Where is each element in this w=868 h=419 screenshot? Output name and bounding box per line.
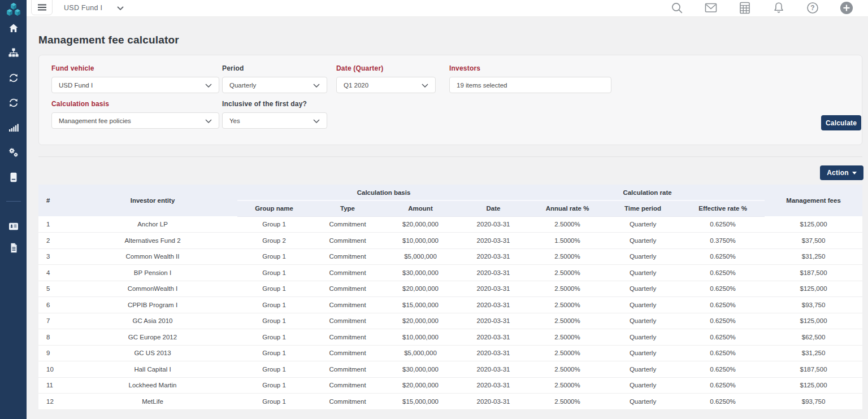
calculation-basis-field: Calculation basis Management fee policie… bbox=[51, 100, 219, 129]
cell-amount: $30,000,000 bbox=[384, 265, 457, 281]
inclusive-first-day-field: Inclusive of the first day? Yes bbox=[222, 100, 327, 129]
fee-table-header: # Investor entity Calculation basis Calc… bbox=[38, 185, 862, 216]
cell-amount: $20,000,000 bbox=[384, 216, 457, 233]
cell-time-period: Quarterly bbox=[605, 265, 681, 281]
cell-time-period: Quarterly bbox=[605, 233, 681, 249]
column-header-effective-rate[interactable]: Effective rate % bbox=[681, 200, 765, 216]
add-button[interactable] bbox=[840, 1, 853, 15]
action-menu-button[interactable]: Action bbox=[820, 165, 863, 180]
sidebar-item-hierarchy[interactable] bbox=[6, 46, 21, 60]
contacts-card-icon bbox=[8, 221, 19, 232]
cell-group-name: Group 1 bbox=[237, 361, 311, 378]
column-header-time-period[interactable]: Time period bbox=[605, 200, 681, 216]
sidebar-item-sync-alt[interactable] bbox=[6, 96, 21, 110]
column-header-number[interactable]: # bbox=[38, 185, 68, 216]
fund-selector[interactable]: USD Fund I bbox=[64, 0, 124, 16]
caret-down-icon bbox=[852, 172, 857, 174]
sidebar-item-settings[interactable] bbox=[6, 146, 21, 159]
sidebar-item-sync[interactable] bbox=[6, 71, 21, 85]
sidebar-item-documents[interactable] bbox=[6, 241, 21, 255]
table-row: 5 CommonWealth I Group 1 Commitment $20,… bbox=[38, 281, 862, 297]
column-header-investor-entity[interactable]: Investor entity bbox=[68, 185, 237, 216]
cell-type: Commitment bbox=[311, 313, 384, 329]
cell-group-name: Group 1 bbox=[237, 265, 311, 281]
column-header-group-name[interactable]: Group name bbox=[237, 200, 311, 216]
column-header-management-fees[interactable]: Management fees bbox=[765, 185, 862, 216]
cell-number: 11 bbox=[38, 377, 68, 394]
column-header-date[interactable]: Date bbox=[457, 200, 530, 216]
column-header-type[interactable]: Type bbox=[311, 200, 384, 216]
sidebar-divider bbox=[6, 201, 21, 202]
cell-date: 2020-03-31 bbox=[457, 248, 530, 265]
table-row: 4 BP Pension I Group 1 Commitment $30,00… bbox=[38, 265, 862, 281]
period-field: Period Quarterly bbox=[222, 64, 327, 93]
fund-vehicle-value: USD Fund I bbox=[59, 82, 93, 89]
calculation-basis-select[interactable]: Management fee policies bbox=[51, 112, 219, 129]
document-icon bbox=[8, 242, 19, 254]
cell-annual-rate: 2.5000% bbox=[530, 345, 605, 361]
cell-number: 6 bbox=[38, 297, 68, 313]
sidebar-item-home[interactable] bbox=[6, 21, 21, 35]
cell-time-period: Quarterly bbox=[605, 394, 681, 410]
cell-annual-rate: 2.5000% bbox=[530, 265, 605, 281]
cell-number: 12 bbox=[38, 394, 68, 410]
column-header-annual-rate[interactable]: Annual rate % bbox=[530, 200, 605, 216]
action-menu-label: Action bbox=[827, 169, 849, 177]
notifications-button[interactable] bbox=[772, 1, 785, 15]
calculator-button[interactable] bbox=[738, 1, 752, 15]
cell-amount: $20,000,000 bbox=[384, 313, 457, 329]
cell-investor-entity: Lockheed Martin bbox=[68, 377, 237, 394]
cell-date: 2020-03-31 bbox=[457, 361, 530, 378]
fund-vehicle-select[interactable]: USD Fund I bbox=[51, 77, 219, 93]
bell-icon bbox=[772, 1, 785, 15]
chevron-down-icon bbox=[313, 84, 320, 88]
fund-vehicle-field: Fund vehicle USD Fund I bbox=[51, 64, 219, 93]
date-quarter-select[interactable]: Q1 2020 bbox=[336, 77, 436, 93]
filter-panel: Fund vehicle USD Fund I Period Quarterly… bbox=[38, 55, 862, 145]
cell-group-name: Group 1 bbox=[237, 377, 311, 394]
cell-time-period: Quarterly bbox=[605, 361, 681, 378]
calculation-basis-label: Calculation basis bbox=[51, 100, 219, 108]
investors-field: Investors 19 items selected bbox=[449, 64, 611, 93]
sidebar-item-contacts[interactable] bbox=[6, 220, 21, 233]
sidebar-nav bbox=[0, 21, 27, 255]
cell-annual-rate: 2.5000% bbox=[530, 394, 605, 410]
calculator-icon bbox=[738, 1, 752, 15]
cell-group-name: Group 1 bbox=[237, 345, 311, 361]
help-icon: ? bbox=[806, 1, 819, 15]
search-button[interactable] bbox=[670, 1, 684, 15]
fund-selector-value: USD Fund I bbox=[64, 4, 102, 12]
table-row: 12 MetLife Group 1 Commitment $15,000,00… bbox=[38, 394, 862, 410]
cell-time-period: Quarterly bbox=[605, 248, 681, 265]
cell-effective-rate: 0.6250% bbox=[681, 248, 765, 265]
cell-investor-entity: CommonWealth I bbox=[68, 281, 237, 297]
cell-annual-rate: 2.5000% bbox=[530, 281, 605, 297]
cell-time-period: Quarterly bbox=[605, 329, 681, 346]
inclusive-first-day-select[interactable]: Yes bbox=[222, 112, 327, 129]
cell-investor-entity: BP Pension I bbox=[68, 265, 237, 281]
cell-effective-rate: 0.6250% bbox=[681, 345, 765, 361]
help-button[interactable]: ? bbox=[806, 1, 819, 15]
search-icon bbox=[670, 1, 684, 15]
cell-effective-rate: 0.6250% bbox=[681, 377, 765, 394]
sidebar-item-ledger[interactable] bbox=[6, 171, 21, 184]
cell-annual-rate: 2.5000% bbox=[530, 377, 605, 394]
chevron-down-icon bbox=[422, 84, 428, 88]
hierarchy-icon bbox=[8, 47, 19, 59]
menu-toggle-button[interactable] bbox=[31, 0, 53, 15]
app-logo[interactable] bbox=[0, 1, 27, 20]
cell-management-fees: $187,500 bbox=[765, 361, 862, 378]
sidebar-item-reports[interactable] bbox=[6, 121, 21, 134]
cell-type: Commitment bbox=[311, 216, 384, 233]
column-header-amount[interactable]: Amount bbox=[384, 200, 457, 216]
fee-table-body: 1 Anchor LP Group 1 Commitment $20,000,0… bbox=[38, 216, 862, 409]
cell-effective-rate: 0.6250% bbox=[681, 361, 765, 378]
calculate-button[interactable]: Calculate bbox=[821, 115, 861, 130]
cell-investor-entity: CPPIB Program I bbox=[68, 297, 237, 313]
cell-date: 2020-03-31 bbox=[457, 377, 530, 394]
cell-annual-rate: 2.5000% bbox=[530, 329, 605, 346]
mail-button[interactable] bbox=[704, 1, 718, 15]
period-select[interactable]: Quarterly bbox=[222, 77, 327, 93]
investors-input[interactable]: 19 items selected bbox=[449, 77, 611, 93]
date-quarter-label: Date (Quarter) bbox=[336, 64, 436, 72]
